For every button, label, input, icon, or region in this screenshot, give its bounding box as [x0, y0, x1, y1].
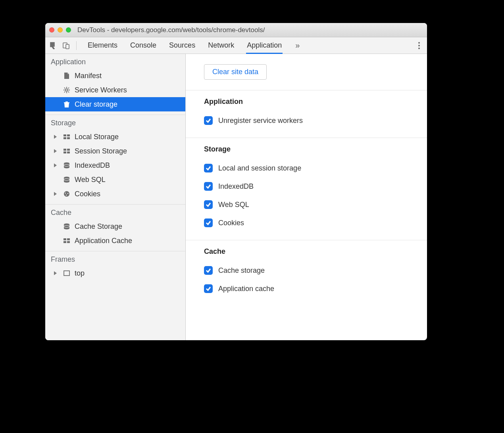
clear-site-data-button[interactable]: Clear site data	[204, 64, 267, 80]
toolbar-separator	[76, 41, 77, 50]
checkbox-label: Unregister service workers	[218, 117, 303, 125]
tab-application[interactable]: Application	[246, 37, 283, 54]
checkbox-label: Application cache	[218, 285, 274, 293]
checkbox-unregister-service-workers[interactable]	[204, 116, 213, 125]
devtools-window: DevTools - developers.google.com/web/too…	[45, 23, 427, 340]
svg-point-2	[65, 89, 68, 91]
sidebar-item-clear-storage[interactable]: Clear storage	[45, 97, 185, 111]
database-icon	[63, 222, 71, 230]
svg-rect-12	[64, 102, 69, 103]
checkbox-label: Local and session storage	[218, 164, 301, 172]
checkbox-indexeddb[interactable]	[204, 182, 213, 191]
sidebar-item-label: Service Workers	[75, 86, 127, 94]
checkbox-label: Cache storage	[218, 266, 265, 275]
database-icon	[63, 176, 71, 184]
checkbox-label: Web SQL	[218, 201, 249, 209]
table-icon	[63, 237, 71, 245]
sidebar-item-label: top	[75, 269, 85, 278]
svg-rect-16	[67, 137, 70, 139]
sidebar-item-indexeddb[interactable]: IndexedDB	[45, 158, 185, 172]
svg-line-10	[64, 92, 65, 92]
section-storage: StorageLocal and session storageIndexedD…	[186, 138, 427, 240]
svg-rect-13	[63, 134, 66, 136]
svg-point-27	[67, 193, 69, 194]
svg-rect-32	[67, 238, 70, 240]
section-title: Cache	[204, 247, 427, 256]
section-cache: CacheCache storageApplication cache	[186, 240, 427, 306]
svg-point-28	[66, 195, 67, 196]
svg-rect-33	[63, 241, 66, 243]
frame-icon	[63, 269, 71, 277]
svg-rect-11	[65, 102, 68, 102]
svg-rect-19	[63, 151, 66, 153]
svg-rect-14	[67, 134, 70, 136]
sidebar-item-top[interactable]: top	[45, 266, 185, 280]
svg-rect-34	[67, 241, 70, 243]
sidebar-item-label: Web SQL	[75, 176, 106, 184]
file-icon	[63, 72, 71, 80]
checkbox-label: Cookies	[218, 219, 244, 227]
checkbox-web-sql[interactable]	[204, 200, 213, 209]
close-window-button[interactable]	[49, 27, 54, 33]
svg-point-29	[64, 224, 69, 226]
sidebar-item-session-storage[interactable]: Session Storage	[45, 144, 185, 158]
sidebar-item-cache-storage[interactable]: Cache Storage	[45, 219, 185, 234]
main-area: ApplicationManifestService WorkersClear …	[45, 54, 427, 340]
devtools-toolbar: ElementsConsoleSourcesNetworkApplication…	[45, 37, 427, 54]
sidebar-item-label: Clear storage	[75, 100, 117, 109]
svg-rect-17	[63, 149, 66, 151]
sidebar-item-service-workers[interactable]: Service Workers	[45, 83, 185, 97]
more-tabs-icon[interactable]: »	[295, 41, 300, 50]
clear-site-data-section: Clear site data	[186, 54, 427, 90]
checkbox-label: IndexedDB	[218, 182, 254, 191]
checkbox-row: Cookies	[204, 214, 427, 232]
svg-rect-18	[67, 149, 70, 151]
database-icon	[63, 161, 71, 169]
checkbox-application-cache[interactable]	[204, 284, 213, 293]
device-toggle-icon[interactable]	[61, 40, 71, 51]
checkbox-row: Application cache	[204, 280, 427, 298]
table-icon	[63, 147, 71, 155]
window-title: DevTools - developers.google.com/web/too…	[77, 26, 265, 34]
sidebar-item-application-cache[interactable]: Application Cache	[45, 234, 185, 248]
clear-storage-panel: Clear site data ApplicationUnregister se…	[186, 54, 427, 340]
sidebar-item-label: Application Cache	[75, 237, 132, 245]
sidebar-item-local-storage[interactable]: Local Storage	[45, 130, 185, 144]
svg-line-7	[64, 88, 65, 88]
sidebar-item-web-sql[interactable]: Web SQL	[45, 172, 185, 187]
svg-line-9	[68, 88, 69, 88]
svg-rect-20	[67, 151, 70, 153]
inspect-element-icon[interactable]	[48, 40, 59, 51]
sidebar-item-label: Cookies	[75, 190, 100, 198]
window-controls	[49, 27, 71, 33]
svg-rect-35	[64, 271, 69, 276]
sidebar-item-label: Session Storage	[75, 147, 127, 155]
checkbox-cache-storage[interactable]	[204, 266, 213, 275]
checkbox-row: IndexedDB	[204, 177, 427, 195]
checkbox-row: Web SQL	[204, 195, 427, 214]
svg-line-8	[68, 92, 69, 92]
tab-elements[interactable]: Elements	[87, 37, 118, 54]
tab-sources[interactable]: Sources	[168, 37, 196, 54]
panel-tabs: ElementsConsoleSourcesNetworkApplication	[87, 37, 283, 54]
tab-console[interactable]: Console	[129, 37, 157, 54]
titlebar: DevTools - developers.google.com/web/too…	[45, 23, 427, 37]
cookie-icon	[63, 190, 71, 198]
checkbox-row: Local and session storage	[204, 159, 427, 177]
table-icon	[63, 133, 71, 141]
settings-menu-icon[interactable]	[414, 41, 424, 50]
svg-point-21	[64, 163, 69, 165]
sidebar-item-cookies[interactable]: Cookies	[45, 187, 185, 201]
minimize-window-button[interactable]	[58, 27, 63, 33]
checkbox-cookies[interactable]	[204, 218, 213, 227]
tab-network[interactable]: Network	[207, 37, 235, 54]
checkbox-local-and-session-storage[interactable]	[204, 164, 213, 172]
svg-rect-31	[63, 238, 66, 240]
sidebar-item-manifest[interactable]: Manifest	[45, 69, 185, 83]
zoom-window-button[interactable]	[66, 27, 71, 33]
svg-point-25	[64, 191, 69, 197]
svg-rect-1	[66, 44, 69, 49]
sidebar-group-storage: Storage	[45, 115, 185, 130]
trash-icon	[63, 100, 71, 108]
checkbox-row: Cache storage	[204, 261, 427, 280]
